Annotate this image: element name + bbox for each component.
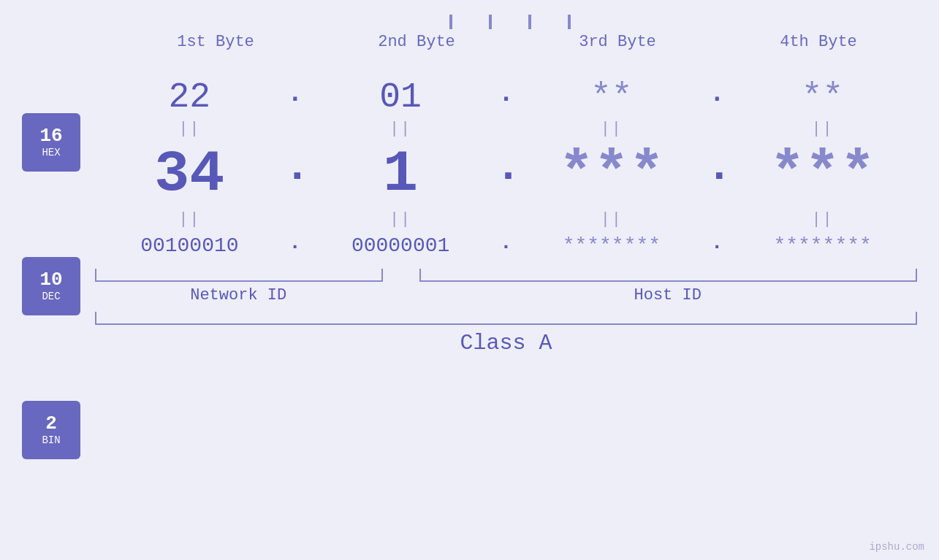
dec-badge: 10 DEC [22,257,80,315]
bin-dot2: . [495,231,517,260]
hex-dot1: . [284,79,306,116]
byte3-header: 3rd Byte [517,33,718,55]
byte1-bracket [449,15,452,29]
eq3: || [517,120,707,138]
dec-b4: *** [728,141,917,207]
hex-b2: 01 [306,77,495,117]
dec-dot1: . [284,142,306,207]
byte1-header: 1st Byte [115,33,316,55]
eq2: || [306,120,495,138]
bin-row: 00100010 . 00000001 . ******** . *******… [95,231,917,260]
hex-b1: 22 [95,77,284,117]
eq5: || [95,210,284,229]
main-container: 1st Byte 2nd Byte 3rd Byte 4th Byte 16 H… [0,0,939,560]
byte-headers: 1st Byte 2nd Byte 3rd Byte 4th Byte [115,33,919,55]
bin-b3: ******** [517,234,707,257]
eq1: || [95,120,284,138]
host-id-label: Host ID [418,286,917,304]
hex-b4: ** [728,77,917,117]
eq4: || [728,120,917,138]
id-label-row: Network ID Host ID [95,286,917,304]
bin-b4: ******** [728,234,917,257]
byte-brackets [442,15,578,29]
host-bracket [419,269,917,282]
hex-num: 16 [39,126,62,145]
network-id-label: Network ID [95,286,381,304]
dec-b2: 1 [306,141,495,207]
hex-dot3: . [706,79,728,116]
bin-dot1: . [284,231,306,260]
dec-dot2: . [495,142,517,207]
id-bracket-row [95,269,917,282]
left-badges: 16 HEX 10 DEC 2 BIN [0,63,95,560]
dec-b1: 34 [95,141,284,207]
eq8: || [728,210,917,229]
byte3-bracket [528,15,531,29]
class-bracket [95,312,917,325]
byte2-bracket [489,15,492,29]
eq7: || [517,210,707,229]
hex-dot2: . [495,79,517,116]
byte4-header: 4th Byte [718,33,919,55]
watermark: ipshu.com [869,541,924,553]
dec-num: 10 [39,270,62,289]
bin-badge: 2 BIN [22,401,80,459]
eq6: || [306,210,495,229]
dec-row: 34 . 1 . *** . *** [95,141,917,207]
bin-b1: 00100010 [95,234,284,257]
class-a-label: Class A [95,331,917,356]
equals-row-2: || || || || [95,210,917,229]
bin-label: BIN [42,434,60,446]
network-bracket [95,269,383,282]
bin-dot3: . [706,231,728,260]
hex-label: HEX [42,147,60,158]
dec-b3: *** [517,141,707,207]
hex-badge: 16 HEX [22,113,80,172]
byte2-header: 2nd Byte [316,33,517,55]
data-columns: 22 . 01 . ** . ** || || || || 34 [95,63,939,560]
dec-dot3: . [706,142,728,207]
hex-b3: ** [517,77,707,117]
dec-label: DEC [42,291,60,302]
bin-b2: 00000001 [306,234,495,257]
bin-num: 2 [45,414,57,433]
hex-row: 22 . 01 . ** . ** [95,77,917,117]
equals-row-1: || || || || [95,120,917,138]
byte4-bracket [568,15,571,29]
